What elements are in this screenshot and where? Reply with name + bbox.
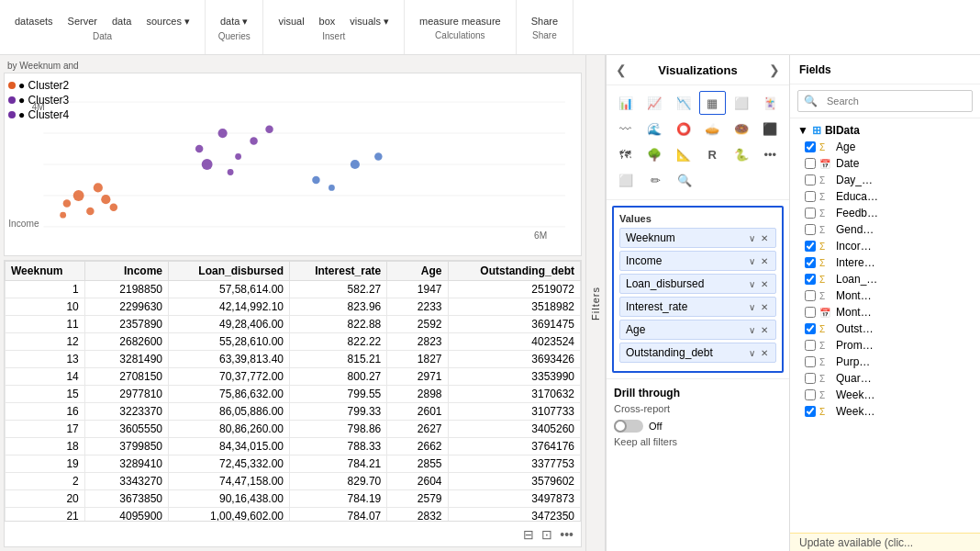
filter-icon[interactable]: ⊟ xyxy=(523,527,534,542)
svg-point-19 xyxy=(202,159,213,170)
table-cell: 788.33 xyxy=(290,438,387,455)
table-row: 2334327074,47,158.00829.7026043579602 xyxy=(6,473,581,490)
field-checkbox[interactable] xyxy=(805,141,816,152)
viz-funnel-icon[interactable]: ⭕ xyxy=(670,117,697,141)
search-input[interactable] xyxy=(821,93,966,109)
viz-format-icon[interactable]: 🔍 xyxy=(671,168,698,192)
field-item[interactable]: ΣDay_… xyxy=(790,172,980,188)
viz-matrix-icon[interactable]: ⬜ xyxy=(728,91,755,115)
field-checkbox[interactable] xyxy=(805,158,816,169)
table-cell: 4023524 xyxy=(448,333,581,351)
viz-waterfall-icon[interactable]: 🌊 xyxy=(641,117,669,141)
field-checkbox[interactable] xyxy=(805,340,816,351)
field-item[interactable]: ΣIncor… xyxy=(790,238,980,254)
field-item[interactable]: ΣQuar… xyxy=(790,370,980,387)
field-item[interactable]: 📅Date xyxy=(790,155,980,172)
value-outstanding-close[interactable]: ✕ xyxy=(759,347,770,359)
cross-report-label: Cross-report xyxy=(614,403,782,414)
value-income-close[interactable]: ✕ xyxy=(759,255,770,267)
field-item[interactable]: ΣAge xyxy=(790,139,980,155)
value-interest-chevron[interactable]: ∨ xyxy=(747,301,757,313)
viz-right-arrow[interactable]: ❯ xyxy=(769,62,780,77)
field-checkbox[interactable] xyxy=(805,208,816,219)
field-item[interactable]: ΣLoan_… xyxy=(790,271,980,287)
field-item[interactable]: 📅Mont… xyxy=(790,304,980,320)
table-cell: 75,86,632.00 xyxy=(169,386,290,403)
datasets-btn[interactable]: datasets xyxy=(9,14,59,28)
field-checkbox[interactable] xyxy=(805,290,816,301)
table-cell: 63,39,813.40 xyxy=(169,351,290,368)
viz-python-icon[interactable]: 🐍 xyxy=(728,142,755,166)
field-checkbox[interactable] xyxy=(805,257,816,268)
field-checkbox[interactable] xyxy=(805,406,816,417)
more-icon[interactable]: ••• xyxy=(560,527,574,542)
field-checkbox[interactable] xyxy=(805,356,816,367)
measure-btn[interactable]: measure measure xyxy=(414,14,507,28)
viz-donut-icon[interactable]: 🍩 xyxy=(728,117,755,141)
viz-map-icon[interactable]: 🗺 xyxy=(612,142,640,166)
viz-pie-icon[interactable]: 🥧 xyxy=(699,117,727,141)
field-checkbox[interactable] xyxy=(805,323,816,334)
field-item[interactable]: ΣProm… xyxy=(790,337,980,354)
visual-btn[interactable]: visual xyxy=(273,14,309,28)
expand-icon[interactable]: ⊡ xyxy=(541,527,552,542)
field-checkbox[interactable] xyxy=(805,389,816,400)
value-loan-close[interactable]: ✕ xyxy=(759,278,770,290)
viz-more-icon[interactable]: ••• xyxy=(757,142,785,166)
table-cell: 582.27 xyxy=(290,281,387,298)
viz-left-arrow[interactable]: ❮ xyxy=(616,62,627,77)
viz-gauge-icon[interactable]: ⬛ xyxy=(757,117,785,141)
table-footer: ⊟ ⊡ ••• xyxy=(5,521,581,546)
server-btn[interactable]: Server xyxy=(62,14,103,28)
field-item[interactable]: ΣMont… xyxy=(790,287,980,304)
off-toggle[interactable] xyxy=(614,420,643,433)
viz-r-icon[interactable]: R xyxy=(699,142,727,166)
field-item[interactable]: ΣGend… xyxy=(790,221,980,238)
viz-scatter-icon[interactable]: 📐 xyxy=(670,142,697,166)
value-age-chevron[interactable]: ∨ xyxy=(747,324,757,336)
viz-slicer-icon[interactable]: ⬜ xyxy=(612,168,640,192)
field-checkbox[interactable] xyxy=(805,373,816,384)
update-bar[interactable]: Update available (clic... xyxy=(790,533,980,551)
field-item[interactable]: ΣEduca… xyxy=(790,188,980,205)
field-checkbox[interactable] xyxy=(805,241,816,252)
value-weeknum-chevron[interactable]: ∨ xyxy=(747,232,757,244)
viz-tree-icon[interactable]: 🌳 xyxy=(641,142,669,166)
value-income-chevron[interactable]: ∨ xyxy=(747,255,757,267)
viz-line-icon[interactable]: 📈 xyxy=(641,91,669,115)
field-item[interactable]: ΣPurp… xyxy=(790,354,980,370)
field-checkbox[interactable] xyxy=(805,191,816,202)
field-item[interactable]: ΣWeek… xyxy=(790,387,980,403)
viz-area-icon[interactable]: 📉 xyxy=(670,91,697,115)
fields-group-header[interactable]: ▼ ⊞ BIData xyxy=(790,122,980,139)
share-btn[interactable]: Share xyxy=(526,14,563,28)
viz-card-icon[interactable]: 🃏 xyxy=(757,91,785,115)
box-btn[interactable]: box xyxy=(314,14,341,28)
field-checkbox[interactable] xyxy=(805,224,816,235)
data-dropdown-btn[interactable]: data ▾ xyxy=(215,14,253,29)
field-checkbox[interactable] xyxy=(805,274,816,285)
viz-table-icon[interactable]: ▦ xyxy=(699,91,727,115)
viz-ribbon-icon[interactable]: 〰 xyxy=(612,117,640,141)
field-item[interactable]: ΣFeedb… xyxy=(790,205,980,221)
table-wrapper[interactable]: Weeknum Income Loan_disbursed Interest_r… xyxy=(5,261,581,521)
value-age-close[interactable]: ✕ xyxy=(759,324,770,336)
table-cell: 1947 xyxy=(387,281,448,298)
svg-point-10 xyxy=(73,190,84,201)
viz-textbox-icon[interactable]: ✏ xyxy=(641,168,669,192)
value-interest-close[interactable]: ✕ xyxy=(759,301,770,313)
visuals-btn[interactable]: visuals ▾ xyxy=(344,14,395,29)
value-weeknum-close[interactable]: ✕ xyxy=(759,232,770,244)
scatter-chart: ● Cluster2 ● Cluster3 ● Cluster4 4M Inco… xyxy=(4,73,582,256)
viz-row-3: 🗺 🌳 📐 R 🐍 ••• xyxy=(612,142,784,166)
field-checkbox[interactable] xyxy=(805,174,816,186)
field-item[interactable]: ΣOutst… xyxy=(790,320,980,337)
sources-btn[interactable]: sources ▾ xyxy=(140,14,195,29)
field-item[interactable]: ΣIntere… xyxy=(790,254,980,271)
value-outstanding-chevron[interactable]: ∨ xyxy=(747,347,757,359)
data-btn[interactable]: data xyxy=(106,14,137,28)
field-item[interactable]: ΣWeek… xyxy=(790,403,980,420)
viz-bar-icon[interactable]: 📊 xyxy=(612,91,640,115)
field-checkbox[interactable] xyxy=(805,307,816,318)
value-loan-chevron[interactable]: ∨ xyxy=(747,278,757,290)
